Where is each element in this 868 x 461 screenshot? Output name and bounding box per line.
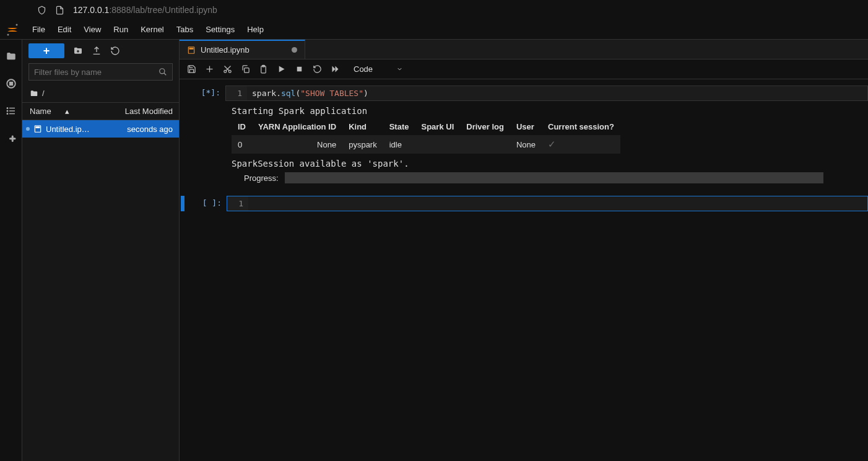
breadcrumb[interactable]: / xyxy=(22,84,179,103)
table-row: 0 None pyspark idle None ✓ xyxy=(232,135,620,154)
td-state: idle xyxy=(383,135,415,154)
line-number: 1 xyxy=(227,196,248,211)
th-kind: Kind xyxy=(342,118,383,135)
chevron-down-icon xyxy=(396,66,403,72)
file-name: Untitled.ip… xyxy=(46,125,127,134)
line-number: 1 xyxy=(226,86,247,100)
output-session-line: SparkSession available as 'spark'. xyxy=(232,159,862,169)
extensions-icon[interactable] xyxy=(6,133,17,144)
spark-app-table: ID YARN Application ID Kind State Spark … xyxy=(232,118,620,154)
interrupt-icon[interactable] xyxy=(295,64,304,74)
activity-bar xyxy=(0,40,22,461)
cell-input[interactable]: 1 xyxy=(227,196,868,211)
cell-type-select[interactable]: Code xyxy=(349,63,408,75)
svg-point-8 xyxy=(7,110,8,112)
cell-type-label: Code xyxy=(354,64,373,74)
browser-address-bar: 127.0.0.1:8888/lab/tree/Untitled.ipynb xyxy=(0,0,868,20)
refresh-icon[interactable] xyxy=(110,46,120,56)
menu-tabs[interactable]: Tabs xyxy=(170,22,199,37)
add-cell-icon[interactable] xyxy=(205,64,214,74)
progress-bar xyxy=(285,172,823,183)
jupyter-logo-icon xyxy=(5,22,20,37)
notebook-toolbar: Code xyxy=(180,59,868,79)
input-prompt: [*]: xyxy=(183,86,225,97)
code-editor[interactable] xyxy=(248,196,867,211)
th-id: ID xyxy=(232,118,252,135)
main-dock: Untitled.ipynb Code [*]: 1 spark.sql("SH… xyxy=(180,40,868,461)
tab-untitled[interactable]: Untitled.ipynb xyxy=(180,40,305,59)
code-cell[interactable]: [ ]: 1 xyxy=(180,195,868,213)
upload-icon[interactable] xyxy=(92,46,102,56)
running-dot-icon xyxy=(26,127,30,131)
progress-label: Progress: xyxy=(244,173,279,183)
col-name-label[interactable]: Name xyxy=(30,107,51,116)
td-yarn: None xyxy=(252,135,342,154)
menu-file[interactable]: File xyxy=(26,22,51,37)
url-text[interactable]: 127.0.0.1:8888/lab/tree/Untitled.ipynb xyxy=(73,5,217,15)
save-icon[interactable] xyxy=(187,64,196,74)
cell-output: Starting Spark application ID YARN Appli… xyxy=(225,102,868,195)
filter-box[interactable] xyxy=(28,63,173,81)
td-id: 0 xyxy=(232,135,252,154)
svg-point-0 xyxy=(16,24,18,25)
output-starting: Starting Spark application xyxy=(232,106,862,116)
notebook-icon xyxy=(33,125,42,133)
svg-marker-27 xyxy=(332,66,336,72)
copy-icon[interactable] xyxy=(241,64,250,74)
td-session: ✓ xyxy=(542,135,620,154)
svg-point-1 xyxy=(7,33,9,35)
svg-rect-13 xyxy=(36,127,40,128)
svg-line-11 xyxy=(164,73,167,76)
menu-edit[interactable]: Edit xyxy=(51,22,77,37)
folder-icon[interactable] xyxy=(6,51,17,62)
svg-point-7 xyxy=(7,108,8,109)
td-user: None xyxy=(510,135,542,154)
file-browser-toolbar: + xyxy=(22,40,179,62)
td-driverlog xyxy=(460,135,510,154)
restart-icon[interactable] xyxy=(313,64,322,74)
folder-icon xyxy=(30,89,38,98)
search-icon xyxy=(158,68,167,76)
menu-settings[interactable]: Settings xyxy=(199,22,241,37)
paste-icon[interactable] xyxy=(259,64,268,74)
tab-bar: Untitled.ipynb xyxy=(180,40,868,59)
notebook-icon xyxy=(187,46,196,55)
menu-kernel[interactable]: Kernel xyxy=(134,22,170,37)
sort-asc-icon[interactable]: ▴ xyxy=(65,107,69,116)
restart-run-all-icon[interactable] xyxy=(331,64,340,74)
new-folder-icon[interactable] xyxy=(73,46,83,56)
code-cell[interactable]: [*]: 1 spark.sql("SHOW TABLES") xyxy=(180,84,868,102)
progress-row: Progress: xyxy=(244,172,862,183)
toc-icon[interactable] xyxy=(6,105,17,116)
th-driverlog: Driver log xyxy=(460,118,510,135)
shield-icon xyxy=(37,6,46,15)
td-kind: pyspark xyxy=(342,135,383,154)
input-prompt: [ ]: xyxy=(184,196,227,208)
file-row[interactable]: Untitled.ip… seconds ago xyxy=(22,120,179,138)
code-editor[interactable]: spark.sql("SHOW TABLES") xyxy=(247,86,867,100)
th-user: User xyxy=(510,118,542,135)
run-icon[interactable] xyxy=(277,64,286,74)
running-icon[interactable] xyxy=(6,78,17,89)
td-sparkui xyxy=(415,135,461,154)
svg-rect-26 xyxy=(297,67,302,72)
page-icon xyxy=(55,6,64,15)
svg-point-10 xyxy=(160,69,165,74)
cell-input[interactable]: 1 spark.sql("SHOW TABLES") xyxy=(225,86,868,101)
th-state: State xyxy=(383,118,415,135)
col-modified-label[interactable]: Last Modified xyxy=(115,107,179,116)
filter-input[interactable] xyxy=(34,68,158,77)
menu-bar: File Edit View Run Kernel Tabs Settings … xyxy=(0,20,868,40)
unsaved-dot-icon[interactable] xyxy=(292,47,297,53)
notebook-body[interactable]: [*]: 1 spark.sql("SHOW TABLES") Starting… xyxy=(180,79,868,461)
th-session: Current session? xyxy=(542,118,620,135)
cut-icon[interactable] xyxy=(223,64,232,74)
new-launcher-button[interactable]: + xyxy=(28,43,64,58)
menu-run[interactable]: Run xyxy=(107,22,134,37)
menu-help[interactable]: Help xyxy=(241,22,270,37)
file-modified: seconds ago xyxy=(127,125,179,134)
menu-view[interactable]: View xyxy=(77,22,107,37)
svg-rect-15 xyxy=(189,48,193,49)
tab-label: Untitled.ipynb xyxy=(201,45,250,55)
file-browser: + / Name ▴ Last Modified Untitled.ip… se… xyxy=(22,40,180,461)
